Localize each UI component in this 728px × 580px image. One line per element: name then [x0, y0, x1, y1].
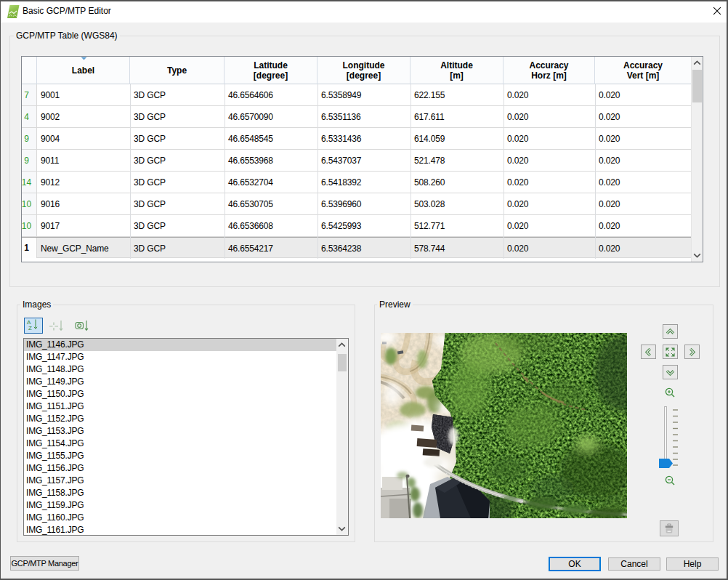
svg-text:Z: Z [28, 325, 32, 331]
